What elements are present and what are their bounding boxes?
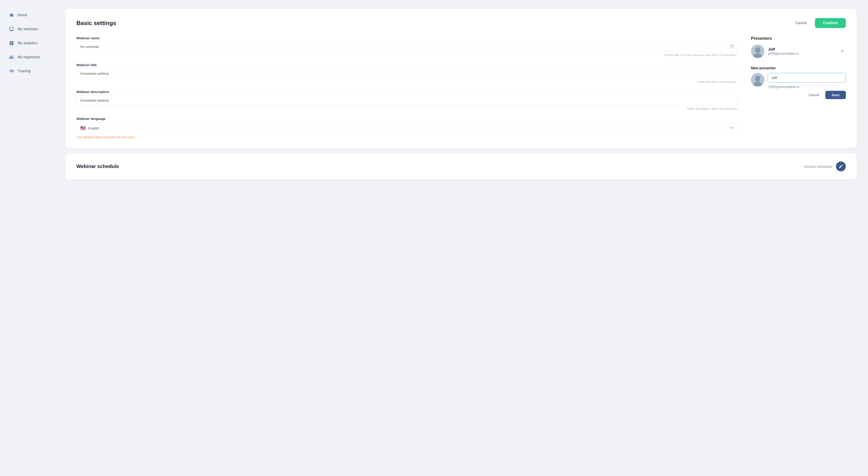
schedule-edit-button[interactable] — [836, 162, 846, 171]
training-icon — [8, 68, 14, 74]
sidebar-item-my-analytics[interactable]: My analytics — [4, 37, 54, 49]
new-presenter-name-input[interactable] — [768, 73, 846, 83]
presenter-avatar — [751, 44, 765, 58]
page-title: Basic settings — [76, 20, 116, 27]
language-hint: The interface will be translated for you… — [76, 135, 737, 139]
sidebar-item-home[interactable]: Home — [4, 9, 54, 21]
language-selector[interactable]: 🇺🇸 English ••• — [76, 123, 737, 134]
presenter-info: Jeff jeff@genesisdigital.co — [768, 47, 835, 55]
home-icon — [8, 12, 14, 18]
webinar-name-group: Webinar name Private title. For your ref… — [76, 36, 737, 57]
webinar-description-hint: Public description. Max 150 characters — [76, 107, 737, 110]
header-actions: Cancel Confirm — [791, 18, 846, 28]
webinar-description-group: Webinar description Public description. … — [76, 90, 737, 110]
sidebar-item-my-webinars[interactable]: My webinars — [4, 23, 54, 35]
language-left: 🇺🇸 English — [80, 125, 99, 131]
webinar-title-hint: Public title. Max 70 characters. — [76, 80, 737, 83]
sidebar-item-home-label: Home — [18, 13, 27, 17]
basic-settings-card: Basic settings Cancel Confirm Webinar na… — [66, 9, 857, 148]
us-flag-icon: 🇺🇸 — [80, 125, 86, 131]
svg-point-1 — [755, 47, 761, 53]
new-presenter-row: jeff@genesisdigital.co Cancel Save — [751, 73, 846, 99]
svg-point-4 — [755, 76, 761, 81]
webinar-name-input-wrapper — [76, 42, 737, 52]
sidebar-item-my-webinars-label: My webinars — [18, 27, 38, 31]
webinar-name-hint: Private title. For your reference only. … — [76, 53, 737, 57]
new-presenter-cancel-button[interactable]: Cancel — [805, 91, 823, 99]
new-presenter-section: New presenter jeff@genesisdigital.co — [751, 66, 846, 99]
left-column: Webinar name Private title. For your ref… — [76, 36, 737, 139]
presenter-edit-button[interactable] — [839, 47, 846, 55]
new-presenter-avatar — [751, 73, 765, 87]
schedule-right: Session scheduled — [804, 162, 846, 171]
presenters-section: Presenters Jeff jeff@genesisdigital.co — [751, 36, 846, 61]
webinar-language-group: Webinar language 🇺🇸 English ••• The inte… — [76, 117, 737, 139]
new-presenter-email: jeff@genesisdigital.co — [768, 85, 846, 89]
language-dots-icon[interactable]: ••• — [729, 126, 734, 131]
webinar-name-input[interactable] — [76, 42, 737, 52]
webinars-icon — [8, 26, 14, 32]
webinar-schedule-card: Webinar schedule Session scheduled — [66, 153, 857, 179]
new-presenter-actions: Cancel Save — [768, 91, 846, 99]
webinar-name-label: Webinar name — [76, 36, 737, 40]
sidebar-item-my-analytics-label: My analytics — [18, 41, 37, 45]
sidebar-item-my-registrants-label: My registrants — [18, 55, 40, 59]
new-presenter-save-button[interactable]: Save — [825, 91, 846, 99]
analytics-icon — [8, 40, 14, 46]
card-header: Basic settings Cancel Confirm — [76, 18, 846, 28]
webinar-title-input[interactable] — [76, 69, 737, 78]
presenter-name: Jeff — [768, 47, 835, 52]
presenters-title: Presenters — [751, 36, 846, 41]
webinar-language-label: Webinar language — [76, 117, 737, 121]
webinar-title-group: Webinar title Public title. Max 70 chara… — [76, 63, 737, 83]
cancel-button[interactable]: Cancel — [791, 19, 811, 27]
copy-icon — [730, 44, 734, 49]
sidebar-item-my-registrants[interactable]: My registrants — [4, 51, 54, 63]
presenter-row: Jeff jeff@genesisdigital.co — [751, 42, 846, 61]
registrants-icon — [8, 54, 14, 60]
new-presenter-form: jeff@genesisdigital.co Cancel Save — [768, 73, 846, 99]
webinar-description-label: Webinar description — [76, 90, 737, 94]
card-body: Webinar name Private title. For your ref… — [76, 36, 846, 139]
main-content: Basic settings Cancel Confirm Webinar na… — [59, 0, 868, 476]
sidebar: Home My webinars My analytics My registr… — [0, 0, 59, 476]
sidebar-item-training-label: Training — [18, 69, 31, 73]
right-column: Presenters Jeff jeff@genesisdigital.co — [751, 36, 846, 139]
webinar-title-label: Webinar title — [76, 63, 737, 67]
language-name: English — [88, 126, 99, 130]
confirm-button[interactable]: Confirm — [815, 18, 846, 28]
schedule-status: Session scheduled — [804, 165, 832, 168]
new-presenter-title: New presenter — [751, 66, 846, 70]
webinar-description-input[interactable] — [76, 96, 737, 105]
sidebar-item-training[interactable]: Training — [4, 65, 54, 77]
presenter-email: jeff@genesisdigital.co — [768, 52, 835, 55]
webinar-schedule-title: Webinar schedule — [76, 164, 119, 169]
